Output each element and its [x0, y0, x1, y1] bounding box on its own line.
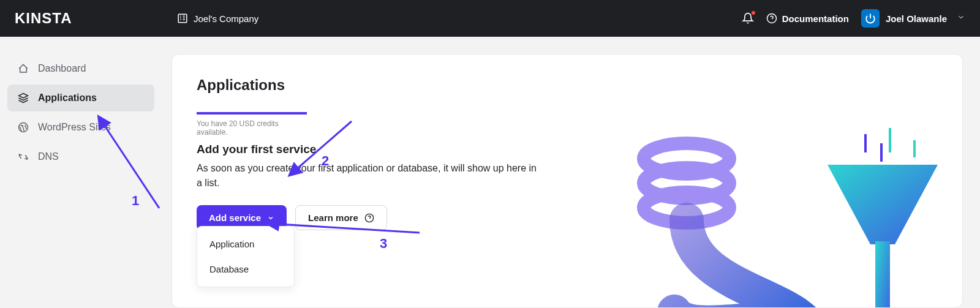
applications-panel: Applications You have 20 USD credits ava… [172, 54, 963, 308]
section-description: As soon as you create your first applica… [197, 161, 540, 190]
layers-icon [17, 92, 29, 104]
sidebar-item-label: Applications [38, 92, 97, 103]
add-service-label: Add service [209, 212, 261, 223]
user-name: Joel Olawanle [886, 13, 947, 24]
annotation-label-2: 2 [322, 153, 329, 169]
section-subtitle: Add your first service [197, 143, 938, 156]
dns-icon [17, 151, 29, 163]
sidebar-item-dns[interactable]: DNS [7, 143, 154, 170]
building-icon [176, 12, 189, 24]
notifications-button[interactable] [742, 12, 754, 24]
avatar [861, 9, 880, 28]
chevron-down-icon [267, 214, 274, 222]
learn-more-label: Learn more [308, 212, 358, 223]
sidebar-item-label: WordPress Sites [38, 122, 111, 133]
home-icon [17, 62, 29, 75]
dropdown-item-database[interactable]: Database [197, 257, 294, 282]
chevron-down-icon [957, 13, 965, 24]
annotation-label-1: 1 [132, 193, 139, 209]
user-menu[interactable]: Joel Olawanle [861, 9, 965, 28]
help-icon [364, 213, 374, 223]
learn-more-button[interactable]: Learn more [295, 205, 387, 230]
sidebar-item-wordpress[interactable]: WordPress Sites [7, 114, 154, 141]
svg-rect-0 [178, 14, 187, 23]
company-picker[interactable]: Joel's Company [176, 12, 258, 24]
sidebar: Dashboard Applications WordPress Sites D… [0, 37, 162, 308]
company-name: Joel's Company [194, 13, 258, 24]
help-icon [766, 13, 777, 24]
top-header: KINSTA Joel's Company Documentation Joel… [0, 0, 980, 37]
annotation-label-3: 3 [380, 236, 387, 252]
wordpress-icon [17, 121, 29, 133]
kinsta-logo: KINSTA [15, 10, 176, 27]
svg-rect-7 [875, 241, 890, 308]
sidebar-item-dashboard[interactable]: Dashboard [7, 55, 154, 82]
sidebar-item-label: DNS [38, 151, 59, 162]
credits-notice: You have 20 USD credits available. [197, 112, 307, 137]
page-title: Applications [197, 77, 938, 94]
notification-dot [752, 11, 755, 15]
docs-label: Documentation [782, 13, 849, 24]
documentation-link[interactable]: Documentation [766, 13, 849, 24]
svg-point-5 [644, 168, 729, 198]
add-service-dropdown: Application Database [197, 226, 295, 287]
dropdown-item-application[interactable]: Application [197, 231, 294, 257]
sidebar-item-applications[interactable]: Applications [7, 85, 154, 111]
sidebar-item-label: Dashboard [38, 63, 86, 74]
power-icon [865, 13, 876, 24]
